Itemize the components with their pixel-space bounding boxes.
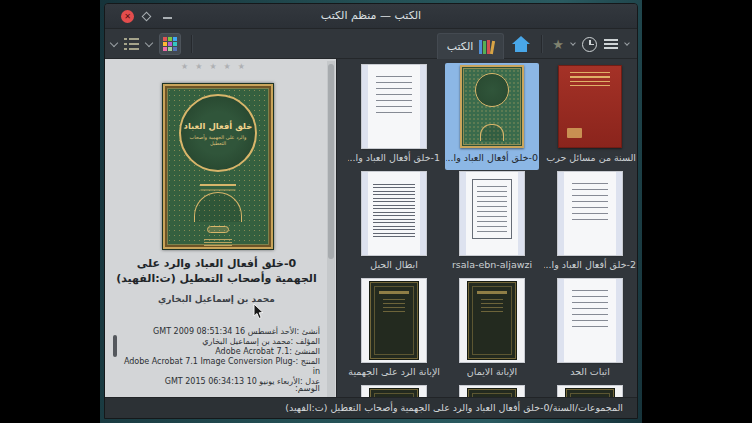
book-title: 0-خلق أفعال العباد والرد على الجهمية وأص… <box>115 256 318 286</box>
books-grid-area: السنة من مسائل حرب بـ... 0-خلق أفعال الع… <box>338 59 637 399</box>
book-thumbnail[interactable] <box>558 172 622 255</box>
window-title: الكتب — منظم الكتب <box>105 9 637 22</box>
book-caption: ابطال الحيل <box>370 258 418 271</box>
statusbar: المجموعات/السنة/0-خلق أفعال العباد والرد… <box>105 397 637 418</box>
book-thumbnail[interactable] <box>558 65 622 148</box>
metadata-scrollbar[interactable] <box>113 335 117 357</box>
book-caption: الإبانة الايمان <box>467 365 517 378</box>
meta-author: المؤلف :محمد بن إسماعيل البخاري <box>117 337 320 347</box>
cover-title: خلق أفعال العباد <box>184 121 253 131</box>
cover-decoration <box>204 237 232 246</box>
book-thumbnail[interactable] <box>362 279 426 362</box>
screen: ✕ الكتب — منظم الكتب <box>0 0 752 423</box>
books-icon <box>479 39 494 54</box>
grid-item-selected[interactable]: 0-خلق أفعال العباد وا... <box>445 63 539 170</box>
book-caption: السنة من مسائل حرب بـ... <box>544 151 636 164</box>
grid-item[interactable]: الإبانة الايمان <box>445 277 539 384</box>
book-thumbnail[interactable] <box>558 279 622 362</box>
book-author: محمد بن إسماعيل البخاري <box>115 294 318 304</box>
chevron-down-icon[interactable] <box>110 38 118 46</box>
cover-ornament: خلق أفعال العباد والرد على الجهمية وأصحا… <box>179 94 257 172</box>
grid-item[interactable]: rsala-ebn-aljawzi <box>445 170 539 277</box>
grid-icon <box>163 37 177 51</box>
grid-item[interactable]: السنة من مسائل حرب بـ... <box>543 63 637 170</box>
meta-created: أنشئ :الأحد أغسطس 16 08:51:34 2009 GMT <box>117 327 320 337</box>
panel-scrollbar[interactable] <box>327 61 335 397</box>
app-window: ✕ الكتب — منظم الكتب <box>104 3 638 419</box>
toolbar-separator <box>541 35 542 53</box>
book-caption: الإبانة الرد على الجهمية 2 <box>348 365 440 378</box>
rating-stars[interactable]: ★★★★★ <box>105 62 328 71</box>
book-details-panel: ★★★★★ خلق أفعال العباد والرد على الجهمية… <box>105 59 337 399</box>
chevron-down-icon[interactable] <box>145 38 153 46</box>
titlebar[interactable]: ✕ الكتب — منظم الكتب <box>105 4 637 29</box>
meta-producer: المنتج :Adobe Acrobat 7.1 Image Conversi… <box>117 357 320 377</box>
chevron-down-icon[interactable] <box>624 40 630 46</box>
book-thumbnail[interactable] <box>460 279 524 362</box>
book-caption: 2-خلق أفعال العباد وا... <box>544 258 636 271</box>
grid-item[interactable]: 1-خلق أفعال العباد وا... <box>347 63 441 170</box>
cover-subtitle: والرد على الجهمية وأصحاب التعطيل <box>181 134 255 146</box>
tag-label: الوسم: <box>295 383 320 393</box>
grid-item[interactable]: اثبات الحد <box>543 277 637 384</box>
book-thumbnail[interactable] <box>460 172 524 255</box>
mouse-cursor <box>253 303 265 320</box>
favorite-star-icon[interactable]: ★ <box>552 38 564 51</box>
toolbar: الكتب ★ <box>105 29 637 59</box>
tab-books-label: الكتب <box>447 40 474 53</box>
thumbnail-view-button[interactable] <box>159 33 181 55</box>
status-path: المجموعات/السنة/0-خلق أفعال العباد والرد… <box>285 402 623 413</box>
grid-item[interactable]: 2-خلق أفعال العباد وا... <box>543 170 637 277</box>
history-clock-icon[interactable] <box>582 37 597 52</box>
book-cover[interactable]: خلق أفعال العباد والرد على الجهمية وأصحا… <box>162 83 274 250</box>
toolbar-left-group <box>111 29 195 59</box>
book-metadata: أنشئ :الأحد أغسطس 16 08:51:34 2009 GMT ا… <box>117 327 320 387</box>
book-thumbnail[interactable] <box>362 172 426 255</box>
detail-list-icon[interactable] <box>124 38 139 50</box>
toolbar-right-group: الكتب ★ <box>437 29 629 59</box>
cover-decoration <box>207 226 229 233</box>
cover-decoration <box>200 184 236 186</box>
menu-icon[interactable] <box>604 39 618 49</box>
book-caption: rsala-ebn-aljawzi <box>452 258 532 271</box>
toolbar-separator <box>191 35 192 53</box>
book-caption: 0-خلق أفعال العباد وا... <box>446 151 538 164</box>
book-thumbnail[interactable] <box>362 65 426 148</box>
chevron-down-icon[interactable] <box>570 40 576 46</box>
cover-decoration <box>194 192 242 222</box>
meta-modified: عدل :الأربعاء يونيو 10 06:34:13 2015 GMT <box>117 377 320 387</box>
book-thumbnail[interactable] <box>460 65 524 148</box>
panel-scrollbar-thumb[interactable] <box>328 64 334 259</box>
meta-creator: المنشئ :Adobe Acrobat 7.1 <box>117 347 320 357</box>
book-caption: 1-خلق أفعال العباد وا... <box>348 151 440 164</box>
grid-item[interactable]: الإبانة الرد على الجهمية 2 <box>347 277 441 384</box>
tab-books[interactable]: الكتب <box>437 33 505 59</box>
grid-item[interactable]: ابطال الحيل <box>347 170 441 277</box>
book-caption: اثبات الحد <box>570 365 610 378</box>
home-icon[interactable] <box>511 36 531 53</box>
books-grid: السنة من مسائل حرب بـ... 0-خلق أفعال الع… <box>347 63 637 399</box>
